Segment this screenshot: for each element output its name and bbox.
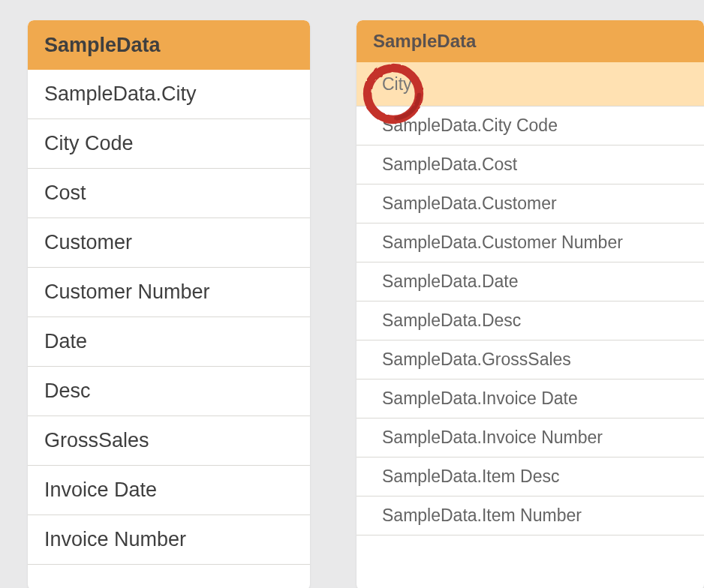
list-item[interactable]: SampleData.Date [357,262,704,302]
list-item-highlighted[interactable]: City [357,62,704,106]
left-data-panel: SampleData SampleData.City City Code Cos… [28,20,310,588]
list-item[interactable]: SampleData.Item Desc [357,458,704,496]
list-item[interactable]: SampleData.Item Number [357,496,704,536]
list-item[interactable]: SampleData.Invoice Date [357,380,704,418]
left-panel-header[interactable]: SampleData [28,20,310,70]
list-item[interactable]: SampleData.Cost [357,146,704,184]
right-data-panel: SampleData City SampleData.City Code Sam… [357,20,704,588]
list-item[interactable]: SampleData.Customer Number [357,224,704,262]
right-panel-header[interactable]: SampleData [357,20,704,62]
list-item[interactable]: Cost [28,169,310,218]
list-item[interactable]: City Code [28,119,310,169]
list-item[interactable]: Customer [28,218,310,268]
list-item[interactable]: SampleData.Desc [357,302,704,340]
list-item[interactable]: SampleData.Customer [357,184,704,224]
list-item[interactable]: Customer Number [28,268,310,317]
list-item[interactable]: SampleData.Invoice Number [357,418,704,458]
list-item[interactable]: SampleData.City Code [357,106,704,146]
list-item[interactable]: GrossSales [28,416,310,466]
list-item[interactable]: Date [28,317,310,367]
list-item[interactable]: SampleData.City [28,70,310,119]
list-item[interactable]: Desc [28,367,310,416]
list-item[interactable]: Invoice Date [28,466,310,515]
list-item[interactable]: SampleData.GrossSales [357,340,704,380]
list-item[interactable]: Invoice Number [28,515,310,565]
